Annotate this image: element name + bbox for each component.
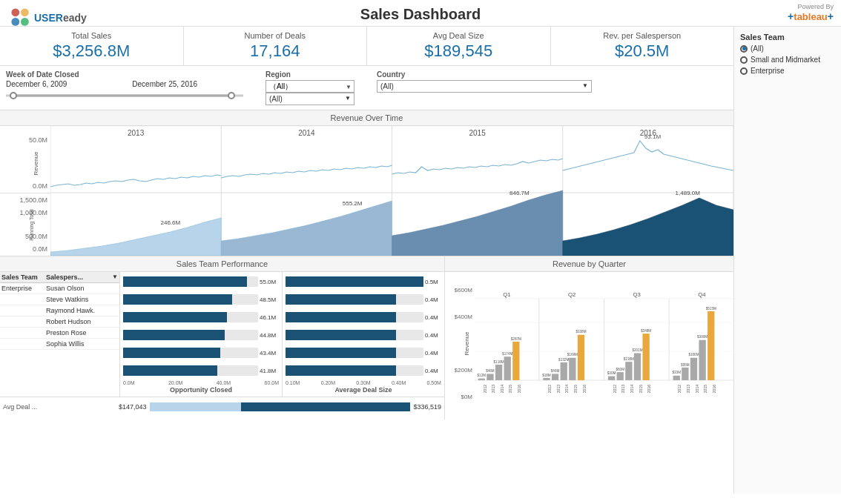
sales-team-filter-title: Sales Team	[740, 33, 835, 42]
svg-text:Q2: Q2	[568, 291, 575, 298]
stp-row-0: Enterprise Susan Olson	[0, 283, 119, 294]
region-select[interactable]: （All）	[266, 80, 354, 93]
revenue-chart-area: 2013 2014 2015 2016 93.1M	[50, 126, 733, 256]
kpi-avg-deal: Avg Deal Size $189,545	[367, 27, 551, 65]
slider-thumb-left[interactable]	[10, 92, 17, 99]
opp-x-3: 60.0M	[265, 380, 279, 385]
kpi-number-deals-value: 17,164	[187, 42, 364, 61]
opp-bar-fill-1	[123, 294, 232, 305]
deal-xlabel: Average Deal Size	[286, 386, 441, 394]
col-sales-team: Sales Team	[1, 273, 46, 281]
svg-point-1	[21, 8, 29, 16]
tableau-badge: Powered By + tableau +	[788, 3, 834, 22]
svg-text:555.2M: 555.2M	[343, 200, 363, 207]
deal-bar-fill-1	[286, 294, 396, 305]
avg-deal-summary-bar	[150, 402, 411, 411]
radio-label-small: Small and Midmarket	[751, 56, 820, 64]
svg-text:2015: 2015	[703, 385, 708, 393]
person-raymond: Raymond Hawk.	[46, 307, 118, 314]
deal-x-3: 0.40M	[392, 380, 406, 385]
deal-bar-row-5: 0.4M	[286, 362, 441, 379]
deal-bar-track-2	[286, 312, 423, 322]
opp-bar-val-4: 43.4M	[258, 350, 279, 357]
radio-enterprise[interactable]: Enterprise	[740, 67, 835, 75]
opp-bar-row-5: 41.8M	[123, 362, 279, 379]
svg-text:2015: 2015	[469, 129, 486, 137]
svg-text:$166M: $166M	[688, 353, 699, 357]
region-filter-label: Region	[266, 70, 354, 79]
deal-bar-track-1	[286, 294, 423, 305]
rbq-ylabel: Revenue	[463, 331, 469, 355]
kpi-rev-salesperson: Rev. per Salesperson $20.5M	[551, 27, 734, 65]
opp-bar-row-0: 55.0M	[123, 273, 279, 290]
deal-x-2: 0.30M	[356, 380, 370, 385]
rbq-title: Revenue by Quarter	[445, 256, 733, 272]
country-filter-label: Country	[377, 70, 592, 79]
page-header: USEReady Sales Dashboard Powered By + ta…	[0, 0, 841, 27]
rbq-y-200: $200M	[455, 367, 472, 374]
revenue-svg: 2013 2014 2015 2016 93.1M	[50, 126, 733, 256]
svg-text:93.1M: 93.1M	[644, 133, 662, 140]
radio-label-enterprise: Enterprise	[751, 67, 785, 75]
rbq-chart-area: Q1 Q2 Q3 Q4	[475, 272, 733, 417]
svg-text:$46M: $46M	[486, 369, 495, 373]
svg-text:$33M: $33M	[672, 371, 681, 374]
deal-x-4: 0.50M	[427, 380, 441, 385]
svg-text:Q4: Q4	[698, 291, 706, 298]
svg-text:2014: 2014	[564, 385, 569, 393]
rbq-y-600: $600M	[455, 287, 472, 294]
y-label-revenue-top: 50.0M	[29, 136, 47, 144]
opp-bar-track-1	[123, 294, 258, 305]
svg-text:Q3: Q3	[633, 291, 641, 298]
stp-title: Sales Team Performance	[0, 256, 444, 272]
svg-text:2013: 2013	[491, 385, 495, 393]
bar-q1-2013	[487, 374, 493, 380]
svg-text:$46M: $46M	[551, 369, 560, 373]
team-empty-4	[1, 329, 46, 336]
svg-text:$118M: $118M	[493, 360, 504, 364]
bar-q3-2015	[634, 354, 641, 380]
radio-all[interactable]: (All)	[740, 44, 835, 53]
radio-label-all: (All)	[751, 44, 764, 53]
svg-text:Q1: Q1	[503, 291, 510, 298]
svg-text:$60M: $60M	[616, 368, 624, 371]
revenue-chart-title: Revenue Over Time	[0, 110, 733, 126]
main-area: Total Sales $3,256.8M Number of Deals 17…	[0, 27, 841, 494]
left-panel: Total Sales $3,256.8M Number of Deals 17…	[0, 27, 733, 494]
date-end: December 25, 2016	[132, 80, 197, 88]
slider-fill	[13, 95, 231, 97]
bar-q1-2015	[504, 357, 511, 380]
date-start: December 6, 2009	[6, 80, 67, 88]
deal-bar-val-5: 0.4M	[423, 368, 441, 374]
region-select-wrapper[interactable]: （All）	[266, 80, 354, 93]
date-filter-label: Week of Date Closed	[6, 70, 243, 79]
date-slider[interactable]	[6, 90, 243, 102]
opp-bar-val-5: 41.8M	[258, 368, 279, 374]
revenue-over-time-section: Revenue Over Time 50.0M Revenue 0.0M 1,5…	[0, 110, 733, 256]
svg-text:$300M: $300M	[697, 335, 708, 339]
y-axis-revenue-title: Revenue	[32, 151, 39, 175]
stp-table: Sales Team Salespers... ▼ Enterprise Sus…	[0, 272, 120, 397]
kpi-row: Total Sales $3,256.8M Number of Deals 17…	[0, 27, 733, 66]
svg-text:2016: 2016	[712, 385, 716, 393]
stp-row-2: Raymond Hawk.	[0, 305, 119, 316]
svg-text:$348M: $348M	[641, 329, 651, 333]
deal-bar-row-0: 0.5M	[286, 273, 441, 290]
svg-text:2014: 2014	[630, 385, 634, 393]
region-value[interactable]: (All) ▼	[266, 93, 354, 105]
svg-text:2012: 2012	[483, 385, 487, 393]
slider-thumb-right[interactable]	[228, 92, 235, 99]
stp-row-4: Preston Rose	[0, 328, 119, 339]
sales-team-performance-section: Sales Team Performance Sales Team Salesp…	[0, 256, 445, 420]
opp-xlabel: Opportunity Closed	[123, 386, 279, 394]
opp-bar-fill-5	[123, 365, 217, 376]
stp-row-3: Robert Hudson	[0, 316, 119, 328]
person-robert: Robert Hudson	[46, 318, 118, 325]
country-value[interactable]: (All) ▼	[377, 80, 592, 93]
opp-bar-val-0: 55.0M	[258, 279, 279, 285]
avg-deal-summary-label: Avg Deal ...	[0, 403, 119, 411]
y-label-running-1: 1,500.0M	[19, 196, 47, 204]
opp-bar-fill-3	[123, 330, 225, 340]
bar-q4-2012	[673, 376, 680, 380]
radio-small-midmarket[interactable]: Small and Midmarket	[740, 56, 835, 64]
